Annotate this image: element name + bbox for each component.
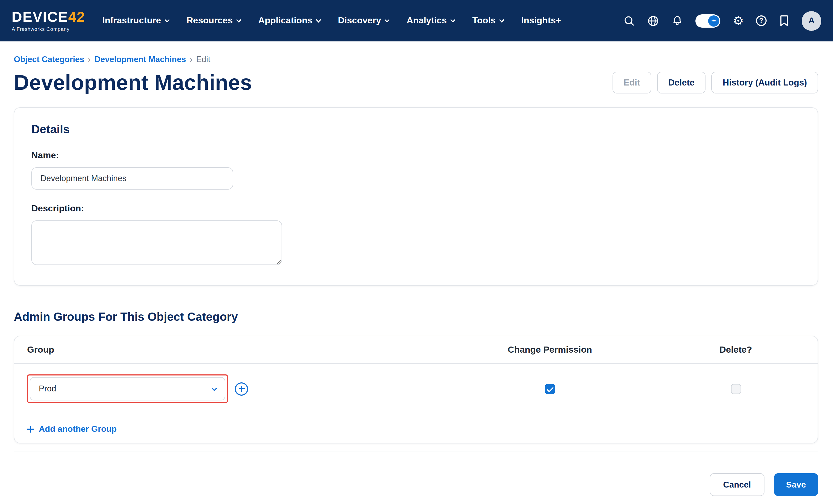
nav-menu-discovery[interactable]: Discovery	[338, 16, 389, 26]
admin-groups-table: Group Change Permission Delete? Prod	[14, 336, 818, 443]
nav-menu-applications[interactable]: Applications	[258, 16, 320, 26]
bookmark-icon[interactable]	[779, 15, 789, 27]
edit-button[interactable]: Edit	[612, 72, 651, 94]
divider	[14, 451, 818, 451]
save-button[interactable]: Save	[774, 473, 818, 496]
description-label: Description:	[31, 203, 801, 214]
chevron-down-icon	[164, 17, 170, 22]
breadcrumb-current: Edit	[196, 55, 210, 64]
breadcrumb: Object Categories › Development Machines…	[14, 55, 818, 64]
page-header: Development Machines Edit Delete History…	[14, 71, 818, 95]
nav-menu-analytics[interactable]: Analytics	[407, 16, 455, 26]
nav-menus: Infrastructure Resources Applications Di…	[102, 16, 561, 26]
history-audit-logs-button[interactable]: History (Audit Logs)	[712, 72, 818, 94]
group-select-highlight: Prod	[27, 375, 228, 403]
top-navbar: DEVICE42 A Freshworks Company Infrastruc…	[0, 0, 833, 42]
logo-tagline: A Freshworks Company	[12, 26, 85, 31]
group-select-value: Prod	[39, 384, 56, 393]
chevron-down-icon	[316, 17, 321, 22]
footer-actions: Cancel Save	[14, 473, 818, 496]
nav-menu-resources[interactable]: Resources	[187, 16, 241, 26]
details-card: Details Name: Description:	[14, 107, 818, 286]
logo-text: DEVICE42	[12, 10, 85, 24]
nav-menu-infrastructure[interactable]: Infrastructure	[102, 16, 169, 26]
cancel-button[interactable]: Cancel	[710, 473, 764, 496]
help-icon[interactable]: ?	[756, 16, 767, 26]
gear-icon[interactable]: ⚙	[733, 15, 744, 27]
add-group-plus-icon[interactable]	[235, 382, 248, 395]
add-another-group-link[interactable]: Add another Group	[27, 424, 117, 434]
description-textarea[interactable]	[31, 220, 282, 265]
table-row: Prod	[14, 364, 817, 415]
breadcrumb-separator: ›	[190, 55, 192, 64]
search-icon[interactable]	[623, 15, 635, 27]
bell-icon[interactable]	[672, 15, 684, 27]
chevron-down-icon	[499, 17, 504, 22]
main-content: Object Categories › Development Machines…	[0, 42, 833, 496]
breadcrumb-separator: ›	[88, 55, 91, 64]
group-cell: Prod	[27, 375, 433, 403]
breadcrumb-object-categories[interactable]: Object Categories	[14, 55, 84, 64]
nav-menu-insights[interactable]: Insights+	[521, 16, 561, 26]
column-header-delete: Delete?	[667, 344, 805, 355]
avatar[interactable]: A	[802, 11, 821, 30]
chevron-down-icon	[236, 17, 241, 22]
nav-right-icons: ⚙ ? A	[623, 11, 821, 30]
details-heading: Details	[31, 123, 801, 137]
sun-icon	[709, 15, 719, 26]
add-row: Add another Group	[14, 415, 817, 443]
chevron-down-icon	[212, 386, 217, 391]
theme-toggle[interactable]	[696, 14, 721, 27]
group-select[interactable]: Prod	[30, 377, 225, 401]
delete-checkbox[interactable]	[731, 384, 741, 394]
table-header-row: Group Change Permission Delete?	[14, 336, 817, 364]
page: DEVICE42 A Freshworks Company Infrastruc…	[0, 0, 833, 504]
nav-menu-tools[interactable]: Tools	[472, 16, 504, 26]
admin-groups-heading: Admin Groups For This Object Category	[14, 310, 818, 324]
chevron-down-icon	[385, 17, 390, 22]
chevron-down-icon	[450, 17, 456, 22]
name-label: Name:	[31, 150, 801, 161]
breadcrumb-development-machines[interactable]: Development Machines	[95, 55, 186, 64]
delete-button[interactable]: Delete	[657, 72, 706, 94]
column-header-change-permission: Change Permission	[433, 344, 667, 355]
plus-icon	[27, 426, 34, 433]
globe-icon[interactable]	[647, 15, 660, 27]
name-input[interactable]	[31, 167, 233, 190]
change-permission-checkbox[interactable]	[545, 384, 555, 394]
column-header-group: Group	[27, 344, 433, 355]
device42-logo[interactable]: DEVICE42 A Freshworks Company	[12, 10, 85, 31]
page-title: Development Machines	[14, 71, 252, 95]
header-actions: Edit Delete History (Audit Logs)	[612, 72, 818, 94]
